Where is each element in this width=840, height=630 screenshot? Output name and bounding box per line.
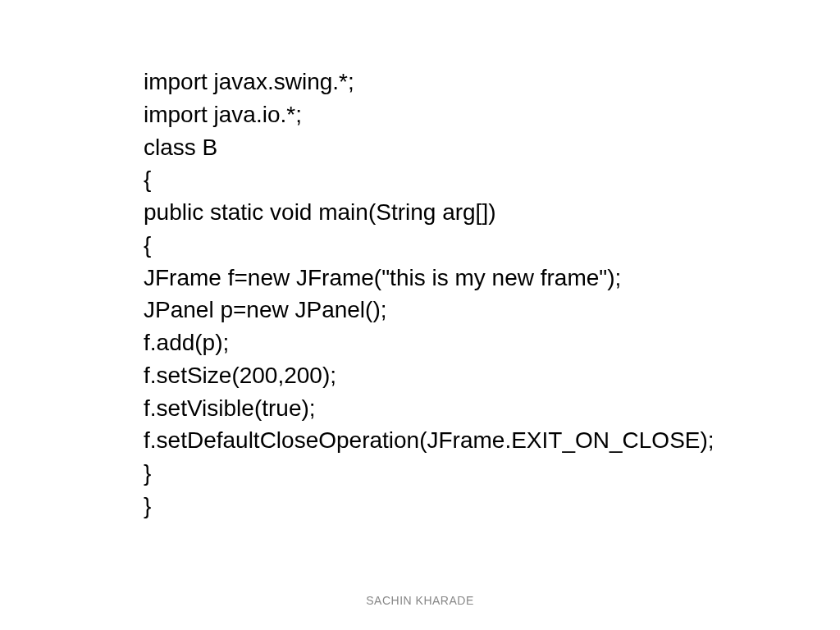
code-line-7: JFrame f=new JFrame("this is my new fram… xyxy=(144,262,714,294)
code-line-5: public static void main(String arg[]) xyxy=(144,196,714,229)
code-line-14: } xyxy=(144,490,714,523)
code-line-10: f.setSize(200,200); xyxy=(144,359,714,392)
code-line-12: f.setDefaultCloseOperation(JFrame.EXIT_O… xyxy=(144,424,714,457)
code-line-8: JPanel p=new JPanel(); xyxy=(144,294,714,326)
code-line-1: import javax.swing.*; xyxy=(144,66,714,98)
code-line-11: f.setVisible(true); xyxy=(144,392,714,425)
footer-author: SACHIN KHARADE xyxy=(0,594,840,607)
code-line-3: class B xyxy=(144,131,714,164)
code-line-9: f.add(p); xyxy=(144,326,714,359)
code-line-4: { xyxy=(144,163,714,196)
code-line-2: import java.io.*; xyxy=(144,98,714,131)
code-block: import javax.swing.*; import java.io.*; … xyxy=(144,66,714,523)
code-line-6: { xyxy=(144,229,714,262)
code-line-13: } xyxy=(144,457,714,490)
